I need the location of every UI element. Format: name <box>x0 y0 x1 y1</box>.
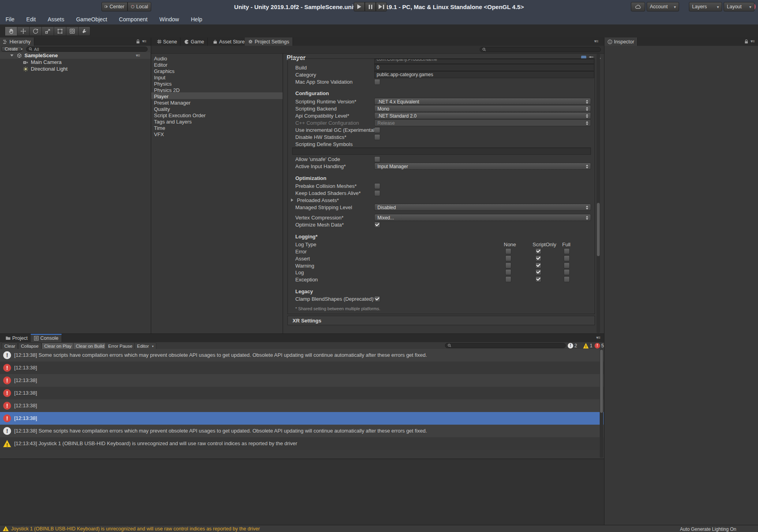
space-toggle-button[interactable]: Local <box>128 2 151 11</box>
hierarchy-item-main-camera[interactable]: Main Camera <box>0 59 150 66</box>
scale-tool-button[interactable] <box>41 26 54 36</box>
hierarchy-search-input[interactable]: All <box>26 47 148 52</box>
settings-category-input[interactable]: Input <box>154 75 165 81</box>
scripting-runtime-dropdown[interactable]: .NET 4.x Equivalent <box>374 98 591 105</box>
warning-count-badge[interactable]: !1 <box>583 343 593 348</box>
console-search-input[interactable] <box>445 343 566 348</box>
prebake-collision-meshes-checkbox[interactable] <box>374 183 380 189</box>
log-error-full-checkbox[interactable] <box>564 248 570 254</box>
scripting-backend-dropdown[interactable]: Mono <box>374 105 591 112</box>
settings-category-graphics[interactable]: Graphics <box>154 68 174 74</box>
settings-scrollbar[interactable] <box>597 54 600 333</box>
build-field[interactable]: 0 <box>374 64 594 71</box>
status-message[interactable]: Joystick 1 (OBINLB USB-HID Keyboard) is … <box>11 526 260 532</box>
rotate-tool-button[interactable] <box>29 26 41 36</box>
console-log-row[interactable]: ![12:13:38] Some scripts have compilatio… <box>0 425 604 437</box>
log-exception-scriptonly-checkbox[interactable] <box>535 276 541 282</box>
rect-tool-button[interactable] <box>54 26 66 36</box>
optimize-mesh-data-checkbox[interactable] <box>374 222 380 228</box>
pane-menu-icon[interactable]: ▾≡ <box>750 39 754 44</box>
hierarchy-item-directional-light[interactable]: Directional Light <box>0 66 150 72</box>
error-count-badge[interactable]: !5 <box>595 343 604 348</box>
pane-menu-icon[interactable]: ▾≡ <box>596 335 600 340</box>
custom-tools-button[interactable] <box>78 26 90 36</box>
menu-item-assets[interactable]: Assets <box>48 16 64 22</box>
menu-item-help[interactable]: Help <box>191 16 202 22</box>
xr-settings-header[interactable]: XR Settings <box>287 316 595 325</box>
console-log-row[interactable]: ![12:13:38] <box>0 399 604 412</box>
allow-unsafe-code-checkbox[interactable] <box>374 156 380 162</box>
play-button[interactable] <box>354 2 365 11</box>
scene-menu-icon[interactable]: ▾≡ <box>136 53 140 58</box>
log-error-scriptonly-checkbox[interactable] <box>535 248 541 254</box>
tab-project[interactable]: Project <box>2 334 31 342</box>
tab-project-settings[interactable]: Project Settings <box>245 37 293 46</box>
menu-item-window[interactable]: Window <box>159 16 179 22</box>
api-compatibility-dropdown[interactable]: .NET Standard 2.0 <box>374 112 591 119</box>
managed-stripping-level-dropdown[interactable]: Disabled <box>374 204 591 211</box>
settings-category-editor[interactable]: Editor <box>154 62 167 68</box>
foldout-open-icon[interactable] <box>10 54 13 56</box>
scene-header-row[interactable]: SampleScene ▾≡ <box>0 52 150 59</box>
console-log-row[interactable]: ![12:13:38] Some scripts have compilatio… <box>0 349 604 362</box>
step-button[interactable] <box>376 2 387 11</box>
pivot-toggle-button[interactable]: Center <box>101 2 128 11</box>
create-button[interactable]: Create▾ <box>2 46 22 52</box>
tab-asset-store[interactable]: Asset Store <box>210 37 248 46</box>
bundle-identifier-field[interactable]: com.Company.ProductName <box>374 59 594 64</box>
move-tool-button[interactable] <box>17 26 29 36</box>
hand-tool-button[interactable] <box>5 26 17 36</box>
console-log-row[interactable]: ![12:13:38] <box>0 387 604 399</box>
log-log-none-checkbox[interactable] <box>505 269 511 275</box>
log-log-full-checkbox[interactable] <box>564 269 570 275</box>
foldout-closed-icon[interactable] <box>291 199 293 202</box>
settings-category-audio[interactable]: Audio <box>154 56 167 62</box>
account-dropdown[interactable]: Account▾ <box>647 2 679 11</box>
clamp-blendshapes-checkbox[interactable] <box>374 296 380 302</box>
tab-inspector[interactable]: Inspector <box>604 37 638 46</box>
keep-loaded-shaders-checkbox[interactable] <box>374 190 380 196</box>
lock-icon[interactable] <box>136 39 140 44</box>
menu-item-gameobject[interactable]: GameObject <box>76 16 107 22</box>
active-input-handling-dropdown[interactable]: Input Manager <box>374 163 591 170</box>
settings-search-input[interactable] <box>480 47 601 52</box>
incremental-gc-checkbox[interactable] <box>374 127 380 133</box>
settings-category-vfx[interactable]: VFX <box>154 131 164 137</box>
log-warning-full-checkbox[interactable] <box>564 262 570 268</box>
vertex-compression-dropdown[interactable]: Mixed... <box>374 214 591 221</box>
pane-menu-icon[interactable]: ▾≡ <box>594 39 598 44</box>
log-exception-none-checkbox[interactable] <box>505 276 511 282</box>
pane-menu-icon[interactable]: ▾≡ <box>142 39 146 44</box>
menu-item-component[interactable]: Component <box>119 16 147 22</box>
tab-console[interactable]: Console <box>31 334 62 342</box>
log-warning-scriptonly-checkbox[interactable] <box>535 262 541 268</box>
info-count-badge[interactable]: !2 <box>568 343 577 348</box>
disable-hw-statistics-checkbox[interactable] <box>374 134 380 140</box>
console-log-row-selected[interactable]: ![12:13:38] <box>0 412 604 425</box>
status-bar[interactable]: ! Joystick 1 (OBINLB USB-HID Keyboard) i… <box>0 525 758 532</box>
log-assert-scriptonly-checkbox[interactable] <box>535 255 541 261</box>
menu-item-file[interactable]: File <box>6 16 15 22</box>
tab-game[interactable]: Game <box>181 37 208 46</box>
console-log-row[interactable]: ![12:13:38] <box>0 374 604 387</box>
settings-category-preset-manager[interactable]: Preset Manager <box>154 100 191 106</box>
scrollbar-thumb[interactable] <box>600 350 603 413</box>
log-log-scriptonly-checkbox[interactable] <box>535 269 541 275</box>
tab-hierarchy[interactable]: Hierarchy <box>0 37 34 46</box>
settings-category-player-selected[interactable]: Player <box>151 92 283 99</box>
settings-category-time[interactable]: Time <box>154 125 165 131</box>
console-scrollbar[interactable] <box>600 349 603 458</box>
cloud-services-button[interactable] <box>631 2 645 11</box>
log-exception-full-checkbox[interactable] <box>564 276 570 282</box>
log-assert-full-checkbox[interactable] <box>564 255 570 261</box>
transform-tool-button[interactable] <box>66 26 78 36</box>
settings-category-tags-and-layers[interactable]: Tags and Layers <box>154 119 191 125</box>
category-field[interactable]: public.app-category.games <box>374 71 594 78</box>
pause-button[interactable] <box>365 2 376 11</box>
settings-category-physics[interactable]: Physics <box>154 81 172 87</box>
settings-category-quality[interactable]: Quality <box>154 106 170 112</box>
log-error-none-checkbox[interactable] <box>505 248 511 254</box>
log-warning-none-checkbox[interactable] <box>505 262 511 268</box>
layout-dropdown[interactable]: Layout▾ <box>724 2 754 11</box>
console-log-row[interactable]: ![12:13:38] <box>0 362 604 374</box>
